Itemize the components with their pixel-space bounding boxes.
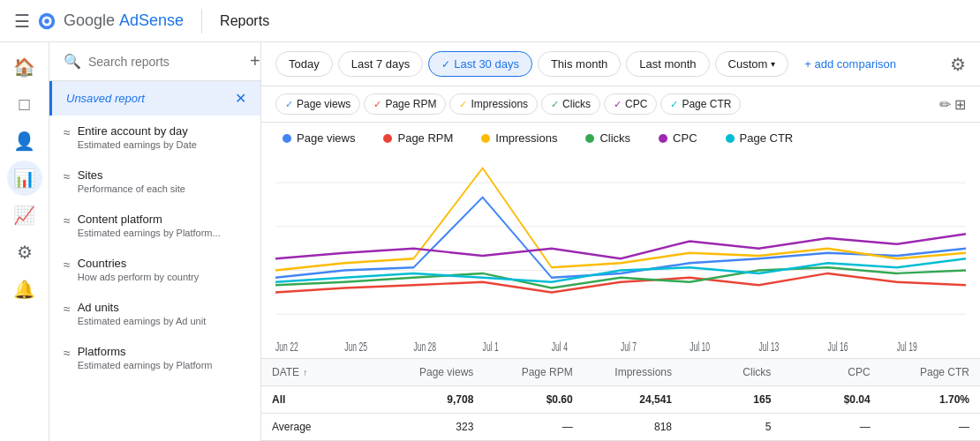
sidebar-item-icon-3: ≈ [64, 258, 71, 272]
metric-label-5: Page CTR [682, 98, 731, 110]
sidebar-search-container: 🔍 + [49, 42, 260, 81]
th-page-views[interactable]: Page views [385, 359, 484, 385]
metric-chip-impressions[interactable]: ✓ Impressions [449, 93, 538, 115]
sidebar-item-3[interactable]: ≈ Countries How ads perform by country ⋮ [49, 248, 260, 292]
add-report-icon[interactable]: + [250, 51, 260, 71]
th-cpc[interactable]: CPC [781, 359, 880, 385]
svg-text:Jul 7: Jul 7 [621, 339, 637, 354]
metric-check-1: ✓ [373, 99, 381, 110]
sidebar-item-subtitle-2: Estimated earnings by Platform... [78, 228, 223, 238]
nav-analytics-icon[interactable]: 📈 [7, 198, 42, 233]
sidebar-item-subtitle-5: Estimated earnings by Platform [78, 360, 223, 370]
td-clicks-0: 165 [682, 386, 781, 413]
brand-name: Google AdSense [64, 11, 184, 30]
data-table: DATE ↑ Page views Page RPM Impressions C… [261, 358, 980, 441]
th-clicks[interactable]: Clicks [682, 359, 781, 385]
td-clicks-1: 5 [682, 414, 781, 440]
sidebar-item-subtitle-4: Estimated earnings by Ad unit [78, 316, 223, 326]
sidebar-item-title-0: Entire account by day [78, 124, 223, 138]
sidebar-item-title-5: Platforms [78, 345, 223, 358]
search-input[interactable] [88, 55, 243, 69]
menu-icon[interactable]: ☰ [14, 11, 30, 32]
sidebar-item-text-1: Sites Performance of each site [78, 168, 223, 194]
table-header-row: DATE ↑ Page views Page RPM Impressions C… [261, 359, 980, 386]
topbar: ☰ Google AdSense Reports [0, 0, 980, 42]
nav-users-icon[interactable]: 👤 [7, 123, 42, 159]
sidebar-item-text-3: Countries How ads perform by country [78, 257, 223, 282]
table-row-0[interactable]: All 9,708 $0.60 24,541 165 $0.04 1.70% [261, 386, 980, 414]
sidebar-item-title-3: Countries [78, 257, 223, 270]
filter-last-month[interactable]: Last month [626, 51, 709, 77]
th-page-ctr[interactable]: Page CTR [881, 359, 980, 385]
metric-label-0: Page views [297, 98, 351, 110]
table-body: All 9,708 $0.60 24,541 165 $0.04 1.70% A… [261, 386, 980, 441]
filter-last-30-days[interactable]: ✓ Last 30 days [428, 51, 532, 77]
metric-check-2: ✓ [459, 99, 467, 110]
legend-item-3: Clicks [585, 131, 630, 145]
sidebar-item-2[interactable]: ≈ Content platform Estimated earnings by… [49, 204, 260, 248]
svg-text:Jul 1: Jul 1 [483, 339, 499, 354]
svg-text:Jul 4: Jul 4 [552, 339, 568, 354]
sidebar-item-1[interactable]: ≈ Sites Performance of each site ⋮ [49, 160, 260, 204]
sidebar-item-0[interactable]: ≈ Entire account by day Estimated earnin… [49, 116, 260, 160]
filter-options-icon[interactable]: ⊞ [954, 96, 966, 113]
sidebar-item-title-4: Ad units [78, 301, 223, 314]
svg-text:Jul 16: Jul 16 [828, 339, 848, 354]
main-content: Today Last 7 days ✓ Last 30 days This mo… [261, 42, 980, 441]
legend-dot-2 [481, 134, 490, 143]
full-layout: 🏠 □ 👤 📊 📈 ⚙ 🔔 🔍 + Unsaved report ✕ ≈ Ent… [0, 42, 980, 441]
legend-label-1: Page RPM [397, 131, 453, 145]
metric-chips: ✓ Page views ✓ Page RPM ✓ Impressions ✓ … [275, 93, 932, 115]
td-cpc-0: $0.04 [781, 386, 880, 413]
add-comparison-btn[interactable]: + add comparison [797, 52, 903, 76]
sidebar-item-subtitle-3: How ads perform by country [78, 272, 223, 282]
filter-today[interactable]: Today [275, 51, 333, 77]
chart-container: Jun 22 Jun 25 Jun 28 Jul 1 Jul 4 Jul 7 J… [261, 153, 980, 358]
unsaved-report-close-icon[interactable]: ✕ [235, 90, 246, 107]
nav-reports-icon[interactable]: 📊 [7, 161, 42, 196]
unsaved-report-item[interactable]: Unsaved report ✕ [49, 81, 260, 116]
sort-icon: ↑ [303, 368, 307, 377]
sidebar-panel: 🔍 + Unsaved report ✕ ≈ Entire account by… [49, 42, 261, 441]
nav-home-icon[interactable]: 🏠 [7, 49, 42, 85]
nav-pages-icon[interactable]: □ [7, 86, 42, 122]
nav-settings-icon[interactable]: ⚙ [7, 235, 42, 270]
legend-label-4: CPC [673, 131, 697, 145]
filter-custom[interactable]: Custom ▾ [715, 51, 789, 77]
sidebar-item-text-5: Platforms Estimated earnings by Platform [78, 345, 223, 370]
th-page-rpm[interactable]: Page RPM [484, 359, 583, 385]
metric-check-0: ✓ [285, 99, 293, 110]
metric-chip-page-ctr[interactable]: ✓ Page CTR [660, 93, 741, 115]
td-pageviews-0: 9,708 [385, 386, 484, 413]
metric-chip-page-views[interactable]: ✓ Page views [275, 93, 360, 115]
edit-metrics-icon[interactable]: ✏ [939, 96, 951, 113]
metric-chip-clicks[interactable]: ✓ Clicks [541, 93, 600, 115]
sidebar-item-subtitle-1: Performance of each site [78, 183, 223, 194]
th-date[interactable]: DATE ↑ [261, 359, 385, 385]
sidebar-item-text-2: Content platform Estimated earnings by P… [78, 213, 223, 238]
metric-check-4: ✓ [614, 99, 622, 110]
metric-chip-cpc[interactable]: ✓ CPC [604, 93, 657, 115]
th-impressions[interactable]: Impressions [584, 359, 682, 385]
table-row-1[interactable]: Average 323 — 818 5 — — [261, 414, 980, 441]
svg-text:Jul 19: Jul 19 [897, 339, 917, 354]
search-icon: 🔍 [64, 53, 81, 70]
metric-label-3: Clicks [562, 98, 591, 110]
td-pagerpm-0: $0.60 [484, 386, 583, 413]
sidebar-item-icon-0: ≈ [64, 125, 71, 139]
filter-this-month[interactable]: This month [538, 51, 621, 77]
sidebar-item-5[interactable]: ≈ Platforms Estimated earnings by Platfo… [49, 336, 260, 380]
settings-icon[interactable]: ⚙ [950, 54, 966, 75]
legend-item-1: Page RPM [383, 131, 453, 145]
adsense-logo-icon [37, 11, 57, 31]
legend-items: Page views Page RPM Impressions Clicks C… [283, 131, 793, 145]
nav-notifications-icon[interactable]: 🔔 [7, 272, 42, 307]
filter-last-7-days[interactable]: Last 7 days [338, 51, 424, 77]
logo-area: ☰ Google AdSense [14, 11, 184, 32]
topbar-divider [201, 9, 202, 34]
metric-chip-page-rpm[interactable]: ✓ Page RPM [364, 93, 446, 115]
sidebar-item-title-1: Sites [78, 168, 223, 182]
chart-area: ✓ Page views ✓ Page RPM ✓ Impressions ✓ … [261, 86, 980, 441]
sidebar-item-4[interactable]: ≈ Ad units Estimated earnings by Ad unit… [49, 292, 260, 336]
sidebar-item-text-0: Entire account by day Estimated earnings… [78, 124, 223, 150]
